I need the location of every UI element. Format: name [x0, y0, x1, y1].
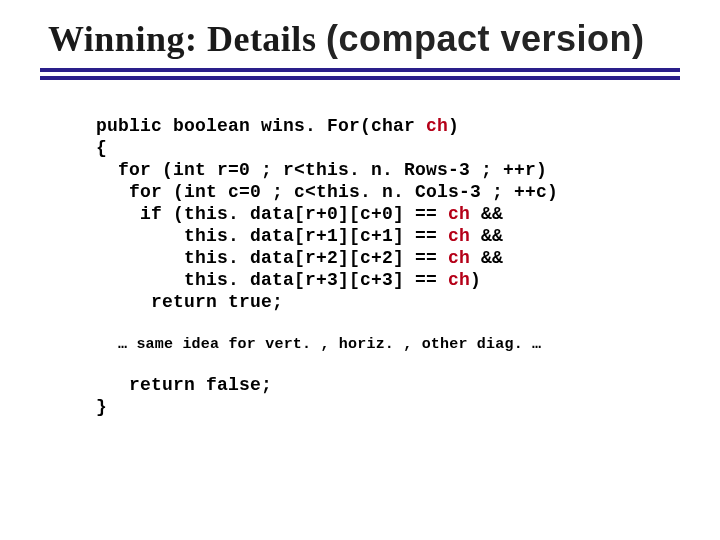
title-right: (compact version) — [326, 18, 645, 59]
inline-note: … same idea for vert. , horiz. , other d… — [118, 336, 680, 353]
underline-bar-top — [40, 68, 680, 72]
code-line-6c: && — [470, 226, 503, 246]
code-line-6a: this. data[r+1][c+1] == — [96, 226, 448, 246]
code-line-7a: this. data[r+2][c+2] == — [96, 248, 448, 268]
code-line-8a: this. data[r+3][c+3] == — [96, 270, 448, 290]
code-block-tail: return false; } — [96, 375, 680, 419]
slide: Winning: Details (compact version) publi… — [0, 0, 720, 540]
code-line-8-highlight: ch — [448, 270, 470, 290]
title-underline — [40, 68, 680, 80]
code-line-6-highlight: ch — [448, 226, 470, 246]
slide-title: Winning: Details (compact version) — [48, 18, 680, 60]
code-line-11: } — [96, 397, 107, 417]
code-line-1c: ) — [448, 116, 459, 136]
code-line-2: { — [96, 138, 107, 158]
code-line-5c: && — [470, 204, 503, 224]
code-block: public boolean wins. For(char ch) { for … — [96, 116, 680, 314]
code-line-8c: ) — [470, 270, 481, 290]
code-line-1-highlight: ch — [426, 116, 448, 136]
code-line-5-highlight: ch — [448, 204, 470, 224]
code-line-5a: if (this. data[r+0][c+0] == — [96, 204, 448, 224]
code-line-10: return false; — [96, 375, 272, 395]
code-line-7c: && — [470, 248, 503, 268]
title-left: Winning: Details — [48, 19, 316, 59]
code-line-7-highlight: ch — [448, 248, 470, 268]
code-line-4: for (int c=0 ; c<this. n. Cols-3 ; ++c) — [96, 182, 558, 202]
underline-bar-bottom — [40, 76, 680, 80]
code-line-9: return true; — [96, 292, 283, 312]
code-line-1a: public boolean wins. For(char — [96, 116, 426, 136]
code-line-3: for (int r=0 ; r<this. n. Rows-3 ; ++r) — [96, 160, 547, 180]
